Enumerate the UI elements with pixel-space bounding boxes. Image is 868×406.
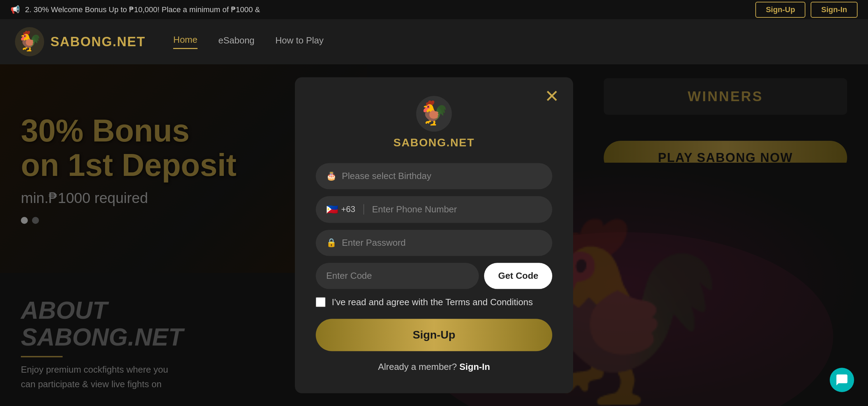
signup-button[interactable]: Sign-Up (316, 319, 552, 351)
signin-link[interactable]: Sign-In (459, 362, 490, 372)
code-input-wrap[interactable] (316, 263, 479, 289)
terms-text: I've read and agree with the Terms and C… (332, 296, 533, 308)
main-content: 30% Bonus on 1st Deposit min.₱1000 requi… (0, 64, 868, 406)
birthday-icon: 🎂 (326, 171, 337, 181)
code-row: Get Code (316, 263, 552, 289)
modal-logo-text: SABONG.NET (393, 136, 474, 149)
phone-prefix: 🇵🇭 +63 (326, 204, 355, 215)
chat-icon (835, 373, 849, 387)
birthday-input[interactable] (342, 171, 542, 181)
nav-home[interactable]: Home (173, 34, 197, 49)
phone-input[interactable] (372, 204, 542, 215)
announcement-bar: 📢 2. 30% Welcome Bonus Up to ₱10,000! Pl… (0, 0, 868, 19)
get-code-button[interactable]: Get Code (484, 263, 552, 289)
signup-modal: ✕ 🐓 SABONG.NET 🎂 🇵🇭 +63 🔒 (295, 77, 573, 393)
nav-links: Home eSabong How to Play (173, 34, 323, 49)
already-member-text: Already a member? (378, 362, 457, 372)
modal-logo: 🐓 SABONG.NET (316, 95, 552, 149)
modal-logo-icon: 🐓 (415, 95, 453, 133)
code-input[interactable] (326, 270, 468, 281)
logo-icon: 🐓 (14, 26, 45, 57)
top-signin-button[interactable]: Sign-In (811, 2, 858, 18)
birthday-field[interactable]: 🎂 (316, 163, 552, 189)
svg-text:🐓: 🐓 (419, 99, 449, 127)
logo-text: SABONG.NET (50, 34, 145, 49)
top-signup-button[interactable]: Sign-Up (755, 2, 805, 18)
modal-close-button[interactable]: ✕ (545, 88, 559, 105)
nav-esabong[interactable]: eSabong (218, 35, 255, 49)
svg-text:🐓: 🐓 (18, 30, 42, 52)
announcement-icon: 📢 (10, 5, 20, 14)
nav-how-to-play[interactable]: How to Play (275, 35, 324, 49)
password-field[interactable]: 🔒 (316, 230, 552, 256)
navbar: 🐓 SABONG.NET Home eSabong How to Play (0, 19, 868, 64)
password-icon: 🔒 (326, 238, 337, 247)
phone-prefix-number: +63 (341, 204, 355, 214)
terms-row: I've read and agree with the Terms and C… (316, 296, 552, 308)
phone-field[interactable]: 🇵🇭 +63 (316, 196, 552, 223)
logo-area: 🐓 SABONG.NET (14, 26, 145, 57)
already-member: Already a member? Sign-In (316, 362, 552, 372)
password-input[interactable] (342, 237, 542, 248)
announcement-message: 2. 30% Welcome Bonus Up to ₱10,000! Plac… (25, 5, 260, 14)
chat-button[interactable] (830, 368, 854, 392)
announcement-text: 📢 2. 30% Welcome Bonus Up to ₱10,000! Pl… (10, 5, 260, 14)
phone-flag: 🇵🇭 (326, 204, 338, 215)
phone-divider (363, 204, 364, 214)
terms-checkbox[interactable] (316, 297, 326, 307)
announcement-buttons: Sign-Up Sign-In (755, 2, 858, 18)
